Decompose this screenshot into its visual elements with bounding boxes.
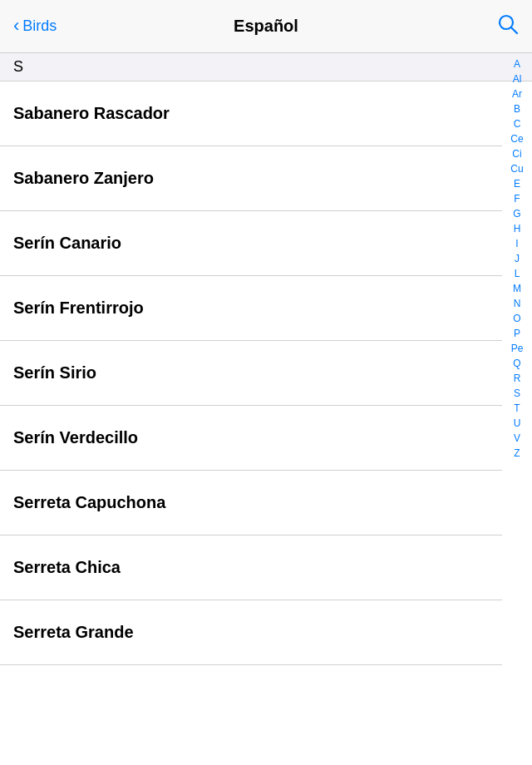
section-letter: S — [13, 58, 23, 75]
alpha-index-item[interactable]: Ce — [510, 131, 523, 146]
alpha-index-item[interactable]: E — [514, 176, 520, 191]
alpha-index-item[interactable]: S — [514, 386, 520, 401]
list-item[interactable]: Sabanero Rascador — [0, 81, 502, 146]
alpha-index-item[interactable]: N — [514, 296, 521, 311]
alpha-index-item[interactable]: Cu — [510, 161, 523, 176]
nav-bar: ‹ Birds Español — [0, 0, 532, 53]
alpha-index-item[interactable]: A — [514, 57, 520, 72]
list-item[interactable]: Serreta Capuchona — [0, 471, 502, 536]
list-item-label: Sabanero Rascador — [13, 104, 170, 123]
alpha-index-item[interactable]: Z — [514, 446, 520, 461]
list-item-label: Serín Frentirrojo — [13, 299, 144, 318]
list-item-label: Serreta Capuchona — [13, 493, 165, 512]
alpha-index-item[interactable]: Pe — [511, 341, 524, 356]
list-item[interactable]: Serreta Grande — [0, 600, 502, 665]
alpha-index-item[interactable]: G — [513, 206, 520, 221]
list-item[interactable]: Sabanero Zanjero — [0, 146, 502, 211]
alpha-index-item[interactable]: P — [514, 326, 520, 341]
alpha-index-item[interactable]: Ar — [512, 86, 522, 101]
alpha-index-item[interactable]: Q — [513, 356, 520, 371]
list-item-label: Serreta Chica — [13, 558, 121, 577]
list-item-label: Sabanero Zanjero — [13, 169, 154, 188]
alpha-index-item[interactable]: M — [513, 281, 521, 296]
alpha-index-item[interactable]: Ci — [512, 146, 521, 161]
alpha-index-item[interactable]: L — [515, 266, 520, 281]
list-item-label: Serín Canario — [13, 234, 121, 253]
back-label: Birds — [22, 17, 57, 35]
alpha-index-item[interactable]: Al — [513, 72, 522, 86]
alpha-index-item[interactable]: R — [514, 371, 521, 386]
alpha-index-item[interactable]: J — [515, 251, 520, 266]
page-title: Español — [234, 17, 298, 36]
list-item[interactable]: Serín Sirio — [0, 341, 502, 406]
list-item-label: Serreta Grande — [13, 623, 134, 642]
back-button[interactable]: ‹ Birds — [13, 17, 57, 35]
list-item[interactable]: Serín Verdecillo — [0, 406, 502, 471]
section-header-s: S — [0, 53, 532, 81]
alpha-index-item[interactable]: V — [514, 431, 520, 446]
svg-line-1 — [511, 27, 517, 33]
alpha-index-item[interactable]: O — [513, 311, 520, 326]
alpha-index-item[interactable]: H — [514, 221, 521, 236]
alpha-index-item[interactable]: T — [514, 401, 520, 416]
alpha-index-item[interactable]: B — [514, 101, 520, 116]
list-item[interactable]: Serín Canario — [0, 211, 502, 276]
alpha-index-item[interactable]: I — [515, 236, 518, 251]
chevron-left-icon: ‹ — [13, 17, 19, 35]
alpha-index-item[interactable]: F — [514, 191, 520, 206]
search-button[interactable] — [497, 13, 519, 40]
list-item-label: Serín Sirio — [13, 363, 96, 382]
alpha-index: AAlArBCCeCiCuEFGHIJLMNOPPeQRSTUVZ — [502, 53, 532, 464]
bird-list: Sabanero Rascador Sabanero Zanjero Serín… — [0, 81, 502, 665]
list-item[interactable]: Serín Frentirrojo — [0, 276, 502, 341]
list-item-label: Serín Verdecillo — [13, 428, 138, 447]
list-item[interactable]: Serreta Chica — [0, 536, 502, 600]
alpha-index-item[interactable]: U — [514, 416, 521, 431]
alpha-index-item[interactable]: C — [514, 116, 521, 131]
